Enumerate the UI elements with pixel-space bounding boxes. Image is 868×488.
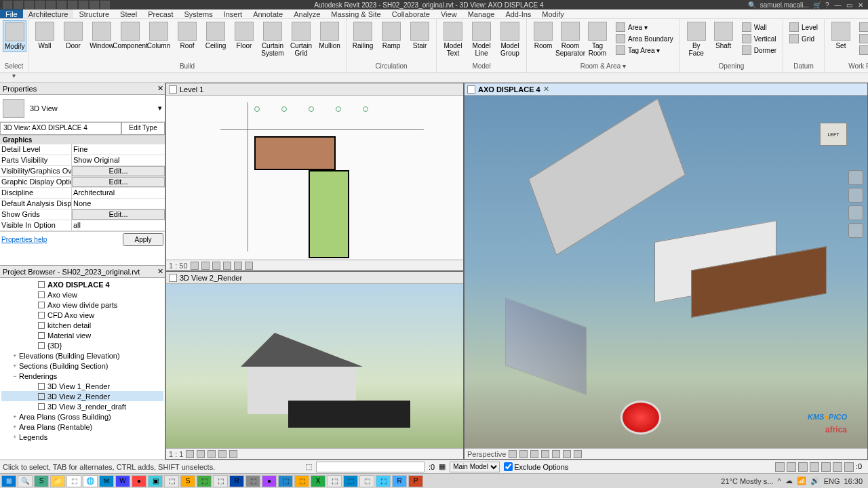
scale-label[interactable]: 1 : 1 [169, 450, 183, 458]
model-selector[interactable]: Main Model [450, 462, 500, 472]
tool-column[interactable]: Column [145, 20, 172, 51]
prop-row[interactable]: Visible In Optionall [0, 220, 165, 231]
prop-row[interactable]: Detail LevelFine [0, 144, 165, 155]
start-button[interactable]: ⊞ [1, 475, 16, 487]
red-button[interactable] [620, 401, 661, 434]
edit-type-button[interactable]: Edit Type [121, 122, 165, 135]
task-app[interactable]: 📁 [50, 475, 65, 487]
tray-wifi-icon[interactable]: 📶 [797, 476, 806, 485]
apply-button[interactable]: Apply [123, 233, 163, 246]
chevron-down-icon[interactable]: ▾ [158, 104, 162, 113]
task-app[interactable]: ⬚ [245, 475, 260, 487]
task-app[interactable]: ⬚ [376, 475, 391, 487]
tool-show[interactable]: Show [857, 22, 868, 33]
tool-ceiling[interactable]: Ceiling [202, 20, 229, 51]
tree-node[interactable]: kitchen detail [1, 320, 163, 330]
prop-row[interactable]: DisciplineArchitectural [0, 188, 165, 199]
tool-curtain-grid[interactable]: Curtain Grid [288, 20, 315, 58]
tree-node[interactable]: +Elevations (Building Elevation) [1, 350, 163, 361]
prop-row[interactable]: Default Analysis Displ...None [0, 199, 165, 209]
tree-node[interactable]: +Sections (Building Section) [1, 361, 163, 371]
tool-ref-plane[interactable]: Ref Plane [857, 33, 868, 44]
scale-label[interactable]: 1 : 50 [169, 262, 188, 270]
tree-node[interactable]: AXO DISPLACE 4 [1, 279, 163, 289]
task-app[interactable]: ⬚ [197, 475, 212, 487]
task-app[interactable]: ⬚ [359, 475, 374, 487]
scale-label[interactable]: Perspective [467, 450, 506, 458]
tab-file[interactable]: File [0, 9, 23, 18]
help-icon[interactable]: ? [825, 1, 829, 9]
tool-tag-area--[interactable]: Tag Area ▾ [614, 45, 675, 56]
task-app[interactable]: S [180, 475, 195, 487]
prop-row[interactable]: Parts VisibilityShow Original [0, 155, 165, 166]
tool-mullion[interactable]: Mullion [316, 20, 343, 51]
tab-modify[interactable]: Modify [536, 9, 569, 18]
type-selector[interactable] [316, 462, 425, 472]
close-icon[interactable]: ✕ [157, 267, 163, 276]
tray-lang[interactable]: ENG [824, 477, 840, 485]
view-axo[interactable]: AXO DISPLACE 4✕ LEFT KMS●PICO africa Per… [464, 83, 868, 460]
tool-curtain-system[interactable]: Curtain System [259, 20, 286, 58]
tool-model-text[interactable]: Model Text [439, 20, 467, 58]
tree-node[interactable]: {3D} [1, 340, 163, 350]
task-app[interactable]: R [392, 475, 407, 487]
search-icon[interactable]: 🔍 [748, 1, 756, 9]
model-icon[interactable]: ▦ [439, 462, 446, 471]
view-cube[interactable]: LEFT [820, 123, 847, 146]
task-app[interactable]: ⬚ [278, 475, 293, 487]
tree-node[interactable]: CFD Axo view [1, 310, 163, 320]
tool-tag-room[interactable]: Tag Room [584, 20, 611, 58]
task-app[interactable]: ● [262, 475, 277, 487]
tab-precast[interactable]: Precast [142, 9, 178, 18]
tool-railing[interactable]: Railing [349, 20, 376, 51]
task-app[interactable]: P [408, 475, 423, 487]
tree-node[interactable]: 3D View 1_Render [1, 381, 163, 391]
tool-level[interactable]: Level [787, 22, 820, 33]
tool-floor[interactable]: Floor [231, 20, 258, 51]
tool-door[interactable]: Door [60, 20, 87, 51]
tab-structure[interactable]: Structure [73, 9, 115, 18]
task-app[interactable]: ✉ [99, 475, 114, 487]
modify-button[interactable]: Modify [3, 20, 26, 52]
tool-set[interactable]: Set [827, 20, 854, 51]
tab-addins[interactable]: Add-Ins [500, 9, 536, 18]
tree-node[interactable]: Material view [1, 330, 163, 340]
view-type-label[interactable]: 3D View [30, 104, 58, 113]
tool-vertical[interactable]: Vertical [740, 33, 778, 44]
task-app[interactable]: ● [132, 475, 146, 487]
tab-architecture[interactable]: Architecture [23, 9, 74, 18]
view-close-icon[interactable]: ✕ [543, 85, 549, 94]
tray-volume-icon[interactable]: 🔊 [810, 476, 820, 485]
tab-systems[interactable]: Systems [178, 9, 218, 18]
task-app[interactable]: ⬚ [294, 475, 309, 487]
tool-stair[interactable]: Stair [406, 20, 433, 51]
tray-chevron-icon[interactable]: ^ [777, 477, 781, 485]
tool-by-face[interactable]: By Face [683, 20, 710, 58]
tool-room-separator[interactable]: Room Separator [557, 20, 584, 58]
tool-area--[interactable]: Area ▾ [614, 22, 675, 33]
task-app[interactable]: ⬚ [343, 475, 358, 487]
close-button[interactable]: ✕ [856, 1, 865, 9]
tab-analyze[interactable]: Analyze [288, 9, 326, 18]
tree-node[interactable]: +Area Plans (Gross Building) [1, 411, 163, 422]
task-app[interactable]: ⬚ [164, 475, 179, 487]
tool-model-line[interactable]: Model Line [468, 20, 495, 58]
tool-model-group[interactable]: Model Group [496, 20, 524, 58]
task-app[interactable]: ⬚ [213, 475, 228, 487]
properties-help-link[interactable]: Properties help [1, 236, 120, 243]
tab-steel[interactable]: Steel [115, 9, 142, 18]
task-app[interactable]: ▣ [148, 475, 163, 487]
tool-wall[interactable]: Wall [740, 22, 778, 33]
tree-node[interactable]: 3D View 2_Render [1, 391, 163, 401]
tool-window[interactable]: Window [88, 20, 115, 51]
tree-node[interactable]: +Area Plans (Rentable) [1, 422, 163, 432]
cart-icon[interactable]: 🛒 [813, 1, 821, 9]
tab-collaborate[interactable]: Collaborate [387, 9, 435, 18]
tool-grid[interactable]: Grid [787, 33, 820, 44]
tree-node[interactable]: +Legends [1, 432, 163, 442]
tool-ramp[interactable]: Ramp [378, 20, 405, 51]
minimize-button[interactable]: — [833, 1, 842, 9]
prop-row[interactable]: Visibility/Graphics Ov...Edit... [0, 166, 165, 177]
view-selector[interactable]: 3D View: AXO DISPLACE 4 [0, 122, 121, 135]
view-render[interactable]: 3D View 2_Render 1 : 1 [165, 271, 464, 460]
